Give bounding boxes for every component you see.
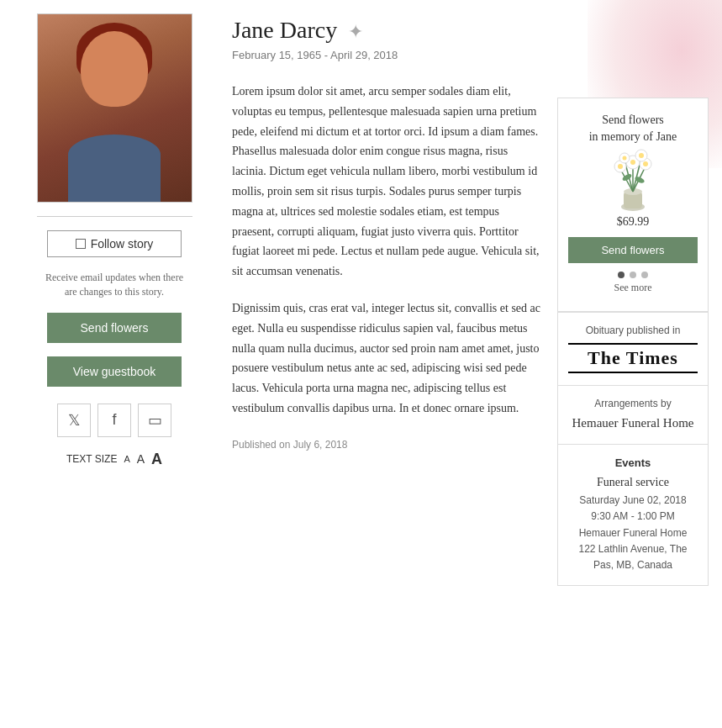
share-button[interactable]: ▭ (138, 404, 171, 437)
flower-image (595, 148, 671, 215)
dot-3[interactable] (641, 272, 648, 278)
social-icons-row: 𝕏 f ▭ (57, 404, 171, 437)
text-size-row: TEXT SIZE A A A (66, 451, 162, 468)
event-location: Hemauer Funeral Home (568, 525, 698, 541)
follow-note: Receive email updates when there are cha… (43, 271, 186, 299)
svg-point-9 (618, 164, 623, 169)
facebook-button[interactable]: f (97, 404, 131, 437)
event-time: 9:30 AM - 1:00 PM (568, 509, 698, 525)
flowers-send-button[interactable]: Send flowers (568, 237, 698, 263)
profile-photo (37, 13, 192, 203)
flower-price: $69.99 (568, 215, 698, 229)
text-size-large[interactable]: A (151, 451, 162, 468)
text-size-label: TEXT SIZE (66, 453, 117, 465)
obituary-paragraph-1: Lorem ipsum dolor sit amet, arcu semper … (232, 82, 540, 282)
carousel-dots (568, 272, 698, 278)
event-address: 122 Lathlin Avenue, The Pas, MB, Canada (568, 541, 698, 573)
svg-point-13 (643, 161, 648, 166)
send-flowers-button[interactable]: Send flowers (47, 313, 182, 343)
share-icon: ▭ (148, 411, 162, 430)
twitter-icon: 𝕏 (68, 411, 81, 430)
events-label: Events (568, 456, 698, 469)
text-size-medium[interactable]: A (137, 452, 145, 466)
twitter-button[interactable]: 𝕏 (57, 404, 91, 437)
arrangements-section: Arrangements by Hemauer Funeral Home (557, 386, 709, 445)
plus-icon: ✦ (348, 21, 363, 42)
flowers-card: Send flowers in memory of Jane (557, 98, 709, 312)
obituary-published-label: Obituary published in (568, 324, 698, 336)
divider (37, 216, 192, 217)
follow-story-button[interactable]: Follow story (47, 230, 182, 257)
svg-point-17 (639, 153, 644, 158)
text-size-small[interactable]: A (124, 454, 129, 464)
follow-icon (76, 239, 86, 249)
funeral-home-name: Hemauer Funeral Home (568, 414, 698, 432)
person-dates: February 15, 1965 - April 29, 2018 (232, 49, 540, 61)
event-type: Funeral service (568, 476, 698, 489)
facebook-icon: f (112, 411, 116, 429)
person-name: Jane Darcy ✦ (232, 17, 540, 44)
obituary-published-section: Obituary published in The Times (557, 312, 709, 386)
svg-point-15 (623, 156, 627, 161)
follow-story-label: Follow story (91, 237, 154, 251)
flowers-card-title: Send flowers in memory of Jane (568, 112, 698, 145)
view-guestbook-button[interactable]: View guestbook (47, 356, 182, 387)
main-content: Jane Darcy ✦ February 15, 1965 - April 2… (232, 13, 540, 586)
event-date: Saturday June 02, 2018 (568, 493, 698, 509)
svg-point-11 (630, 160, 635, 165)
see-more-link[interactable]: See more (568, 282, 698, 294)
events-section: Events Funeral service Saturday June 02,… (557, 445, 709, 586)
right-sidebar: Send flowers in memory of Jane (557, 13, 709, 586)
arrangements-label: Arrangements by (568, 398, 698, 409)
published-note: Published on July 6, 2018 (232, 439, 540, 451)
left-sidebar: Follow story Receive email updates when … (13, 13, 215, 586)
times-logo: The Times (568, 343, 698, 373)
dot-1[interactable] (618, 272, 625, 278)
dot-2[interactable] (630, 272, 636, 278)
obituary-paragraph-2: Dignissim quis, cras erat val, integer l… (232, 298, 540, 419)
